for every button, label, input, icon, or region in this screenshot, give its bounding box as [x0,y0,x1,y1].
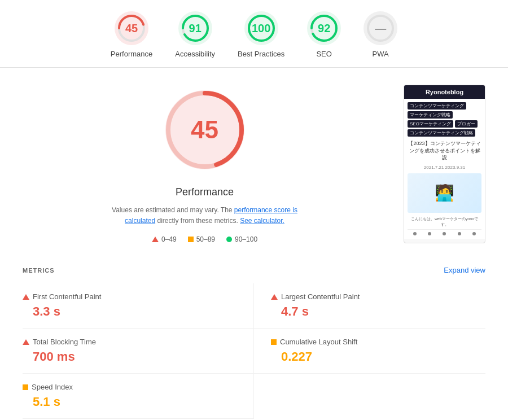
orange-square-icon [188,237,194,242]
red-triangle-icon [23,294,29,300]
metric-si: Speed Index 5.1 s [23,374,254,419]
metric-lcp-name: Largest Contentful Paint [281,292,360,301]
scores-bar: 45Performance91Accessibility100Best Prac… [0,0,508,68]
score-item-pwa[interactable]: —PWA [364,11,397,58]
score-label-accessibility: Accessibility [175,50,215,58]
legend-green: 90–100 [226,235,257,243]
screenshot-illustration: 🧑‍💻 [408,173,481,213]
metric-tbt: Total Blocking Time 700 ms [23,329,254,374]
metric-fcp-name: First Contentful Paint [33,292,101,301]
score-item-performance[interactable]: 45Performance [111,11,152,58]
large-gauge: 45 [160,85,250,175]
tag1: コンテンツマーケティング [408,102,466,110]
metric-cls-name: Cumulative Layout Shift [280,338,357,346]
score-label-pwa: PWA [373,50,389,58]
nav-dot [428,232,431,235]
score-value-performance: 45 [125,22,138,35]
legend-green-label: 90–100 [235,235,257,243]
orange-square-icon [23,384,28,390]
score-circle-best-practices: 100 [244,11,278,45]
left-panel: 45 Performance Values are estimated and … [23,85,387,243]
green-circle-icon [226,237,232,242]
large-score-value: 45 [191,116,218,144]
screenshot-footer-text: こんにちは、webマーケターのyonoです。 [408,216,481,228]
screenshot-nav [408,229,481,235]
metric-lcp: Largest Contentful Paint 4.7 s [254,283,485,329]
score-item-seo[interactable]: 92SEO [307,11,341,58]
metric-si-name: Speed Index [32,383,73,391]
tag2: マーケティング戦略 [408,111,453,119]
metrics-title: METRICS [23,267,55,274]
tag4: ブロガー [455,120,478,128]
score-legend: 0–49 50–89 90–100 [152,235,257,243]
metric-cls-value: 0.227 [271,349,485,364]
metric-fcp: First Contentful Paint 3.3 s [23,283,254,329]
score-label-performance: Performance [111,50,152,58]
orange-square-icon [271,339,277,345]
score-label-seo: SEO [316,50,331,58]
score-value-accessibility: 91 [189,22,202,35]
desc-text: Values are estimated and may vary. The [112,206,234,214]
score-circle-pwa: — [364,11,397,45]
metric-cls: Cumulative Layout Shift 0.227 [254,329,485,374]
metric-lcp-value: 4.7 s [271,304,485,319]
screenshot-body: コンテンツマーケティング マーケティング戦略 SEOマーケティング ブロガー コ… [404,99,485,239]
nav-dot [443,232,446,235]
legend-red: 0–49 [152,235,177,243]
nav-dot [458,232,461,235]
red-triangle-icon [152,237,159,242]
metric-si-value: 5.1 s [23,395,237,409]
metric-lcp-header: Largest Contentful Paint [271,292,485,301]
metrics-header: METRICS Expand view [23,260,485,274]
desc-text2: directly from these metrics. [157,217,240,225]
score-circle-performance: 45 [115,11,148,45]
score-circle-seo: 92 [307,11,341,45]
red-triangle-icon [271,294,278,300]
metrics-section: METRICS Expand view First Contentful Pai… [0,260,508,420]
performance-title: Performance [176,186,234,198]
nav-dot [413,232,417,235]
tag3: SEOマーケティング [408,120,453,128]
score-value-pwa: — [375,22,386,35]
tag5: コンテンツマーケティング戦略 [408,129,475,137]
screenshot-article-title: 【2023】コンテンツマーケティングを成功させるポイントを解説 [408,140,481,161]
site-screenshot: Ryonoteblog コンテンツマーケティング マーケティング戦略 SEOマー… [404,85,485,243]
score-label-best-practices: Best Practices [238,50,284,58]
main-content: 45 Performance Values are estimated and … [0,68,508,260]
metric-tbt-name: Total Blocking Time [33,338,96,346]
metric-si-header: Speed Index [23,383,237,391]
score-value-best-practices: 100 [252,22,270,35]
screenshot-site-name: Ryonoteblog [404,85,485,99]
screenshot-tags: コンテンツマーケティング マーケティング戦略 SEOマーケティング ブロガー コ… [408,102,481,137]
score-item-best-practices[interactable]: 100Best Practices [238,11,284,58]
metric-cls-header: Cumulative Layout Shift [271,338,485,346]
metric-tbt-value: 700 ms [23,349,237,364]
red-triangle-icon [23,339,29,345]
metrics-grid: First Contentful Paint 3.3 s Largest Con… [23,283,485,419]
metric-tbt-header: Total Blocking Time [23,338,237,346]
performance-description: Values are estimated and may vary. The p… [103,205,306,226]
person-icon: 🧑‍💻 [435,183,454,202]
metric-fcp-header: First Contentful Paint [23,292,237,301]
nav-dot [472,232,476,235]
legend-orange: 50–89 [188,235,215,243]
legend-red-label: 0–49 [161,235,177,243]
calculator-link[interactable]: See calculator. [240,217,284,225]
score-circle-accessibility: 91 [178,11,212,45]
legend-orange-label: 50–89 [196,235,215,243]
score-value-seo: 92 [318,22,330,35]
screenshot-date: 2021.7.21 2023.9.31 [408,165,481,170]
metric-fcp-value: 3.3 s [23,304,237,319]
expand-view-button[interactable]: Expand view [444,266,485,274]
score-item-accessibility[interactable]: 91Accessibility [175,11,215,58]
